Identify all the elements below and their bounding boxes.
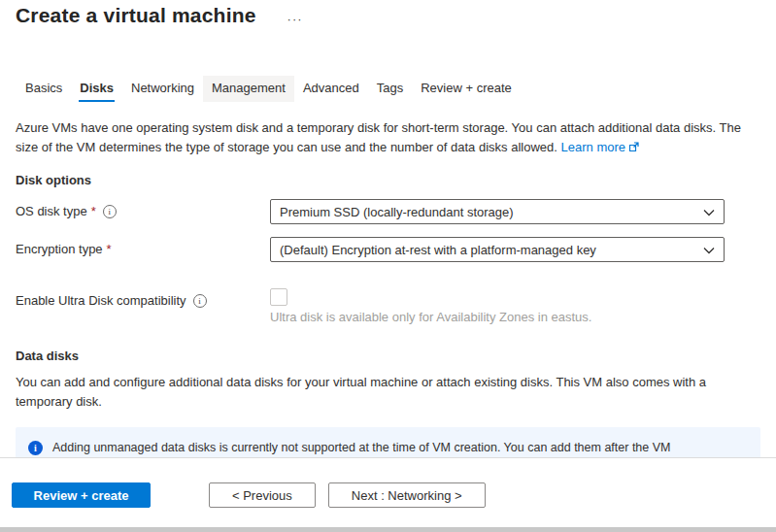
- chevron-down-icon: [703, 243, 715, 257]
- page-header: Create a virtual machine ···: [16, 4, 760, 27]
- encryption-type-label-group: Encryption type *: [16, 237, 270, 256]
- info-icon[interactable]: i: [103, 205, 117, 218]
- more-options-button[interactable]: ···: [287, 7, 303, 25]
- info-filled-icon: i: [28, 441, 43, 455]
- required-asterisk: *: [107, 242, 112, 256]
- info-icon[interactable]: i: [193, 294, 207, 308]
- tab-management[interactable]: Management: [203, 76, 294, 102]
- wizard-tabs: Basics Disks Networking Management Advan…: [17, 76, 760, 102]
- tab-tags[interactable]: Tags: [368, 76, 412, 102]
- review-create-button[interactable]: Review + create: [12, 482, 151, 508]
- ultra-disk-label: Enable Ultra Disk compatibility: [16, 293, 186, 308]
- encryption-type-dropdown[interactable]: (Default) Encryption at-rest with a plat…: [270, 237, 725, 262]
- tab-advanced[interactable]: Advanced: [294, 76, 368, 102]
- tab-networking[interactable]: Networking: [122, 76, 203, 102]
- disk-options-heading: Disk options: [16, 173, 760, 187]
- ultra-disk-hint: Ultra disk is available only for Availab…: [270, 310, 725, 324]
- os-disk-type-dropdown[interactable]: Premium SSD (locally-redundant storage): [270, 199, 725, 224]
- encryption-type-value: (Default) Encryption at-rest with a plat…: [280, 243, 596, 257]
- external-link-icon: [628, 139, 639, 158]
- ultra-disk-row: Enable Ultra Disk compatibility i Ultra …: [16, 288, 760, 324]
- page-title: Create a virtual machine: [16, 4, 256, 27]
- previous-button[interactable]: < Previous: [209, 482, 316, 508]
- data-disks-heading: Data disks: [16, 349, 760, 363]
- os-disk-type-row: OS disk type * i Premium SSD (locally-re…: [16, 199, 760, 224]
- tab-disks[interactable]: Disks: [71, 76, 122, 102]
- os-disk-type-label: OS disk type: [16, 204, 87, 218]
- next-networking-button[interactable]: Next : Networking >: [328, 482, 486, 508]
- data-disks-description: You can add and configure additional dat…: [16, 373, 760, 411]
- horizontal-scrollbar[interactable]: [0, 527, 776, 532]
- create-vm-page: Create a virtual machine ··· Basics Disk…: [0, 0, 776, 532]
- learn-more-link[interactable]: Learn more: [561, 140, 639, 154]
- tab-review-create[interactable]: Review + create: [412, 76, 521, 102]
- wizard-footer: Review + create < Previous Next : Networ…: [0, 457, 776, 532]
- ultra-disk-label-group: Enable Ultra Disk compatibility i: [16, 288, 270, 308]
- disks-intro-text: Azure VMs have one operating system disk…: [16, 118, 760, 157]
- os-disk-type-label-group: OS disk type * i: [16, 199, 270, 218]
- os-disk-type-value: Premium SSD (locally-redundant storage): [280, 205, 514, 219]
- encryption-type-label: Encryption type: [16, 242, 103, 256]
- tab-basics[interactable]: Basics: [17, 76, 71, 102]
- ultra-disk-checkbox[interactable]: [270, 288, 287, 306]
- encryption-type-row: Encryption type * (Default) Encryption a…: [16, 237, 760, 262]
- chevron-down-icon: [703, 205, 715, 219]
- required-asterisk: *: [91, 204, 96, 218]
